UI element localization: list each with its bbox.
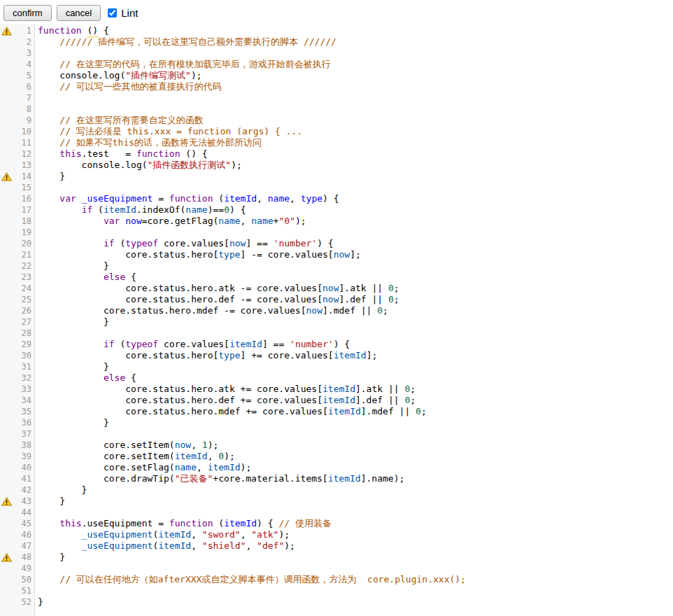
code-line[interactable]: 37 (0, 428, 673, 440)
code-line[interactable]: 7 (0, 92, 673, 104)
code-line[interactable]: 44 (0, 507, 673, 518)
code-text[interactable] (35, 328, 38, 339)
code-text[interactable]: } (35, 417, 109, 428)
code-text[interactable]: else { (35, 372, 136, 384)
code-text[interactable]: ////// 插件编写，可以在这里写自己额外需要执行的脚本 ////// (35, 36, 336, 48)
code-line[interactable]: 25 core.status.hero.def -= core.values[n… (0, 294, 673, 305)
code-text[interactable]: } (35, 596, 43, 608)
code-line[interactable]: 51 (0, 585, 673, 596)
code-line[interactable]: 19 (0, 227, 673, 238)
code-line[interactable]: 48 } (0, 552, 673, 563)
code-text[interactable]: if (typeof core.values[itemId] == 'numbe… (35, 339, 350, 350)
confirm-button[interactable]: confirm (3, 5, 52, 21)
code-editor[interactable]: 1function () {2 ////// 插件编写，可以在这里写自己额外需要… (0, 24, 673, 616)
code-text[interactable]: // 写法必须是 this.xxx = function (args) { ..… (35, 126, 302, 137)
code-line[interactable]: 3 (0, 48, 673, 59)
code-line[interactable]: 21 core.status.hero[type] -= core.values… (0, 249, 673, 260)
code-line[interactable]: 33 core.status.hero.atk += core.values[i… (0, 384, 673, 395)
code-line[interactable]: 52} (0, 596, 673, 608)
code-line[interactable]: 11 // 如果不写this的话，函数将无法被外部所访问 (0, 137, 673, 148)
code-text[interactable]: core.status.hero[type] += core.values[it… (35, 350, 377, 361)
code-text[interactable]: core.setItem(itemId, 0); (35, 451, 235, 462)
code-text[interactable]: } (35, 361, 109, 372)
code-text[interactable]: this.useEquipment = function (itemId) { … (35, 518, 332, 529)
code-text[interactable]: } (35, 171, 65, 182)
code-line[interactable]: 28 (0, 328, 673, 339)
code-text[interactable]: if (typeof core.values[now] == 'number')… (35, 238, 334, 249)
code-line[interactable]: 17 if (itemId.indexOf(name)==0) { (0, 204, 673, 216)
editor-lines[interactable]: 1function () {2 ////// 插件编写，可以在这里写自己额外需要… (0, 24, 673, 608)
code-line[interactable]: 34 core.status.hero.def += core.values[i… (0, 395, 673, 406)
code-line[interactable]: 23 else { (0, 272, 673, 283)
code-text[interactable]: this.test = function () { (35, 148, 208, 160)
code-line[interactable]: 6 // 可以写一些其他的被直接执行的代码 (0, 81, 673, 92)
lint-checkbox[interactable] (108, 8, 117, 18)
code-text[interactable]: core.drawTip("已装备"+core.material.items[i… (35, 473, 404, 484)
code-text[interactable]: // 如果不写this的话，函数将无法被外部所访问 (35, 137, 262, 148)
code-line[interactable]: 46 _useEquipment(itemId, "sword", "atk")… (0, 529, 673, 540)
code-text[interactable]: core.status.hero[type] -= core.values[no… (35, 249, 361, 260)
code-line[interactable]: 31 } (0, 361, 673, 372)
code-text[interactable]: _useEquipment(itemId, "shield", "def"); (35, 540, 295, 552)
code-text[interactable]: if (itemId.indexOf(name)==0) { (35, 204, 246, 216)
code-line[interactable]: 26 core.status.hero.mdef -= core.values[… (0, 305, 673, 316)
code-text[interactable]: } (35, 496, 65, 507)
code-line[interactable]: 49 (0, 563, 673, 574)
code-line[interactable]: 15 (0, 182, 673, 193)
code-text[interactable] (35, 563, 38, 574)
code-text[interactable]: // 可以在任何地方（如afterXXX或自定义脚本事件）调用函数，方法为 co… (35, 574, 466, 585)
code-text[interactable]: } (35, 316, 109, 328)
code-text[interactable]: // 在这里写的代码，在所有模块加载完毕后，游戏开始前会被执行 (35, 59, 331, 70)
code-text[interactable]: console.log("插件编写测试"); (35, 70, 202, 81)
code-line[interactable]: 13 console.log("插件函数执行测试"); (0, 160, 673, 171)
code-text[interactable]: } (35, 260, 109, 272)
code-text[interactable] (35, 227, 38, 238)
code-line[interactable]: 27 } (0, 316, 673, 328)
code-line[interactable]: 43 } (0, 496, 673, 507)
code-line[interactable]: 16 var _useEquipment = function (itemId,… (0, 193, 673, 204)
code-line[interactable]: 29 if (typeof core.values[itemId] == 'nu… (0, 339, 673, 350)
code-line[interactable]: 24 core.status.hero.atk -= core.values[n… (0, 283, 673, 294)
code-text[interactable]: core.setFlag(name, itemId); (35, 462, 251, 473)
code-text[interactable]: var _useEquipment = function (itemId, na… (35, 193, 339, 204)
code-line[interactable]: 9 // 在这里写所有需要自定义的函数 (0, 115, 673, 126)
code-text[interactable]: // 在这里写所有需要自定义的函数 (35, 115, 204, 126)
code-text[interactable]: core.setItem(now, 1); (35, 440, 218, 451)
code-text[interactable]: core.status.hero.atk += core.values[item… (35, 384, 416, 395)
code-line[interactable]: 32 else { (0, 372, 673, 384)
code-line[interactable]: 22 } (0, 260, 673, 272)
code-text[interactable] (35, 92, 38, 104)
cancel-button[interactable]: cancel (57, 5, 101, 21)
code-text[interactable] (35, 507, 38, 518)
code-line[interactable]: 41 core.drawTip("已装备"+core.material.item… (0, 473, 673, 484)
code-text[interactable] (35, 104, 38, 115)
code-line[interactable]: 30 core.status.hero[type] += core.values… (0, 350, 673, 361)
code-text[interactable]: _useEquipment(itemId, "sword", "atk"); (35, 529, 290, 540)
code-line[interactable]: 40 core.setFlag(name, itemId); (0, 462, 673, 473)
code-line[interactable]: 35 core.status.hero.mdef += core.values[… (0, 406, 673, 417)
code-text[interactable]: // 可以写一些其他的被直接执行的代码 (35, 81, 222, 92)
code-text[interactable]: var now=core.getFlag(name, name+"0"); (35, 216, 306, 227)
code-line[interactable]: 8 (0, 104, 673, 115)
code-line[interactable]: 45 this.useEquipment = function (itemId)… (0, 518, 673, 529)
code-line[interactable]: 5 console.log("插件编写测试"); (0, 70, 673, 81)
code-text[interactable]: console.log("插件函数执行测试"); (35, 160, 242, 171)
code-line[interactable]: 12 this.test = function () { (0, 148, 673, 160)
code-line[interactable]: 20 if (typeof core.values[now] == 'numbe… (0, 238, 673, 249)
code-line[interactable]: 36 } (0, 417, 673, 428)
code-text[interactable]: core.status.hero.def -= core.values[now]… (35, 294, 399, 305)
code-text[interactable] (35, 585, 38, 596)
lint-toggle[interactable]: Lint (108, 7, 138, 19)
code-text[interactable]: function () { (35, 25, 109, 36)
code-text[interactable]: core.status.hero.atk -= core.values[now]… (35, 283, 399, 294)
code-text[interactable]: core.status.hero.mdef -= core.values[now… (35, 305, 388, 316)
code-line[interactable]: 10 // 写法必须是 this.xxx = function (args) {… (0, 126, 673, 137)
code-text[interactable]: } (35, 484, 87, 496)
code-text[interactable]: } (35, 552, 65, 563)
code-line[interactable]: 42 } (0, 484, 673, 496)
code-line[interactable]: 18 var now=core.getFlag(name, name+"0"); (0, 216, 673, 227)
code-line[interactable]: 50 // 可以在任何地方（如afterXXX或自定义脚本事件）调用函数，方法为… (0, 574, 673, 585)
code-line[interactable]: 47 _useEquipment(itemId, "shield", "def"… (0, 540, 673, 552)
code-text[interactable]: else { (35, 272, 136, 283)
code-text[interactable]: core.status.hero.def += core.values[item… (35, 395, 416, 406)
